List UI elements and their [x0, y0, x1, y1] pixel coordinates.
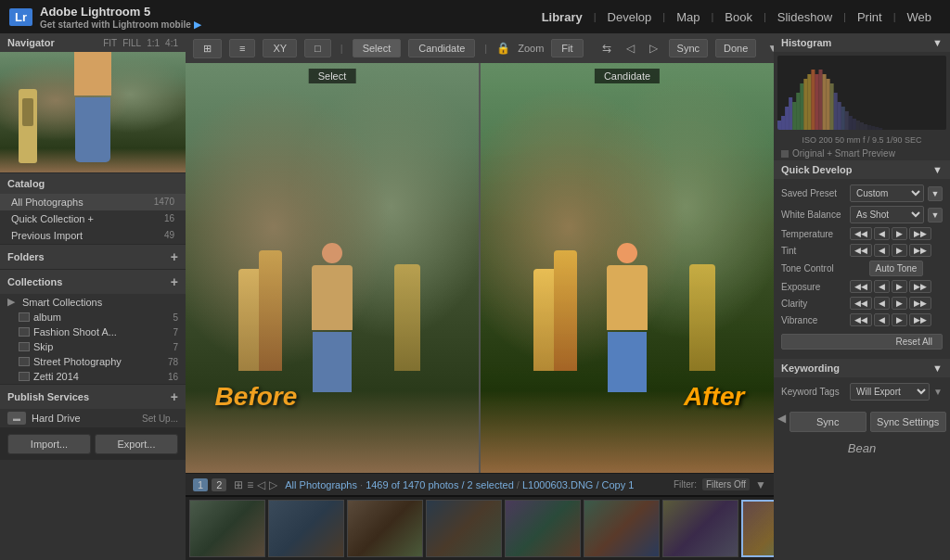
sync-settings-button[interactable]: Sync Settings	[870, 412, 947, 432]
collection-album[interactable]: album 5	[0, 310, 186, 325]
clarity-down[interactable]: ◀	[874, 297, 890, 310]
zoom-fit-button[interactable]: Fit	[551, 39, 583, 57]
candidate-panel: Candidate	[481, 63, 774, 473]
vib-up-double[interactable]: ▶▶	[909, 313, 931, 326]
tint-up-double[interactable]: ▶▶	[909, 244, 931, 257]
filmstrip-thumb-2[interactable]	[268, 500, 344, 557]
saved-preset-select[interactable]: Custom	[850, 185, 924, 202]
white-balance-select[interactable]: As Shot	[850, 206, 924, 223]
catalog-all-photos[interactable]: All Photographs 1470	[0, 194, 186, 210]
filmstrip-thumb-3[interactable]	[347, 500, 423, 557]
prev-nav-icon[interactable]: ◁	[257, 478, 265, 491]
histogram-header[interactable]: Histogram ▼	[774, 33, 950, 52]
collections-add-icon[interactable]: +	[171, 274, 178, 289]
sync-left-icon[interactable]: ◀	[777, 412, 786, 432]
next-nav-icon[interactable]: ▷	[269, 478, 277, 491]
filter-dropdown-icon[interactable]: ▼	[755, 478, 766, 491]
nav-web[interactable]: Web	[898, 6, 942, 28]
collection-skip[interactable]: Skip 7	[0, 339, 186, 354]
vib-down[interactable]: ◀	[874, 313, 890, 326]
page-2[interactable]: 2	[212, 478, 226, 491]
done-dropdown-icon[interactable]: ▼	[764, 40, 774, 57]
done-button[interactable]: Done	[715, 39, 756, 57]
kw-dropdown-icon[interactable]: ▼	[933, 387, 943, 397]
collections-section: Collections + ▶ Smart Collections album …	[0, 270, 186, 385]
publish-hard-drive[interactable]: ▬ Hard Drive Set Up...	[0, 409, 186, 427]
exp-down-double[interactable]: ◀◀	[850, 280, 872, 293]
reset-all-button[interactable]: Reset All	[781, 334, 943, 350]
preset-dropdown-icon[interactable]: ▼	[928, 186, 943, 201]
page-1[interactable]: 1	[193, 478, 208, 491]
view-survey-button[interactable]: □	[304, 39, 331, 57]
publish-add-icon[interactable]: +	[171, 389, 178, 404]
list-view-icon[interactable]: ≡	[247, 478, 253, 491]
catalog-header[interactable]: Catalog	[0, 173, 186, 194]
collection-zetti[interactable]: Zetti 2014 16	[0, 369, 186, 384]
clarity-up-double[interactable]: ▶▶	[909, 297, 931, 310]
folders-header[interactable]: Folders +	[0, 245, 186, 269]
temp-up[interactable]: ▶	[892, 227, 907, 240]
smart-collections-group[interactable]: ▶ Smart Collections	[0, 294, 186, 310]
tint-down-double[interactable]: ◀◀	[850, 244, 872, 257]
import-button[interactable]: Import...	[7, 434, 91, 454]
filmstrip-thumb-4[interactable]	[426, 500, 502, 557]
vib-up[interactable]: ▶	[892, 313, 907, 326]
publish-services-header[interactable]: Publish Services +	[0, 385, 186, 409]
filmstrip-thumb-6[interactable]	[584, 500, 660, 557]
collection-fashion-shoot[interactable]: Fashion Shoot A... 7	[0, 325, 186, 339]
exp-down[interactable]: ◀	[874, 280, 890, 293]
svg-rect-24	[867, 125, 871, 130]
nav-book[interactable]: Book	[715, 6, 762, 28]
nav-4to1[interactable]: 4:1	[165, 38, 178, 48]
nav-map[interactable]: Map	[667, 6, 709, 28]
temp-up-double[interactable]: ▶▶	[909, 227, 931, 240]
filter-value[interactable]: Filters Off	[702, 478, 750, 490]
nav-print[interactable]: Print	[848, 6, 892, 28]
exp-up[interactable]: ▶	[892, 280, 907, 293]
auto-tone-button[interactable]: Auto Tone	[869, 261, 924, 276]
left-panel-buttons: Import... Export...	[0, 428, 186, 460]
swap-arrows-icon[interactable]: ⇆	[598, 40, 615, 57]
select-right-icon[interactable]: ▷	[646, 40, 661, 57]
select-left-icon[interactable]: ◁	[623, 40, 638, 57]
folders-add-icon[interactable]: +	[171, 249, 178, 264]
filmstrip-thumb-5[interactable]	[505, 500, 581, 557]
filmstrip-thumb-8[interactable]: 2	[741, 500, 774, 557]
temp-down-double[interactable]: ◀◀	[850, 227, 872, 240]
keyword-tags-select[interactable]: Will Export	[850, 383, 930, 401]
wb-dropdown-icon[interactable]: ▼	[928, 208, 943, 223]
nav-develop[interactable]: Develop	[598, 6, 661, 28]
tint-down[interactable]: ◀	[874, 244, 890, 257]
lock-icon[interactable]: 🔒	[496, 42, 510, 55]
collection-street-photography[interactable]: Street Photography 78	[0, 354, 186, 369]
filmstrip-thumb-7[interactable]	[662, 500, 738, 557]
catalog-quick-collection[interactable]: Quick Collection + 16	[0, 210, 186, 227]
filmstrip-thumb-1[interactable]	[189, 500, 265, 557]
export-button[interactable]: Export...	[95, 434, 178, 454]
nav-1to1[interactable]: 1:1	[147, 38, 160, 48]
nav-library[interactable]: Library	[533, 6, 592, 28]
quick-develop-header[interactable]: Quick Develop ▼	[774, 160, 950, 179]
temp-down[interactable]: ◀	[874, 227, 890, 240]
view-list-button[interactable]: ≡	[229, 39, 255, 57]
collections-header[interactable]: Collections +	[0, 270, 186, 294]
nav-fit[interactable]: FIT	[103, 38, 117, 48]
sync-button-right[interactable]: Sync	[790, 412, 867, 432]
candidate-label[interactable]: Candidate	[408, 39, 475, 57]
nav-slideshow[interactable]: Slideshow	[768, 6, 841, 28]
view-grid-button[interactable]: ⊞	[193, 39, 222, 58]
clarity-down-double[interactable]: ◀◀	[850, 297, 872, 310]
vib-down-double[interactable]: ◀◀	[850, 313, 872, 326]
view-compare-button[interactable]: XY	[263, 39, 297, 57]
tint-up[interactable]: ▶	[892, 244, 907, 257]
app-title: Adobe Lightroom 5 Get started with Light…	[40, 5, 201, 30]
select-label[interactable]: Select	[353, 39, 402, 57]
clarity-up[interactable]: ▶	[892, 297, 907, 310]
sync-button[interactable]: Sync	[669, 39, 708, 57]
nav-fill[interactable]: FILL	[122, 38, 141, 48]
temperature-label: Temperature	[781, 229, 846, 239]
keywording-header[interactable]: Keywording ▼	[774, 359, 950, 377]
catalog-previous-import[interactable]: Previous Import 49	[0, 227, 186, 244]
grid-view-icon[interactable]: ⊞	[234, 478, 243, 491]
exp-up-double[interactable]: ▶▶	[909, 280, 931, 293]
